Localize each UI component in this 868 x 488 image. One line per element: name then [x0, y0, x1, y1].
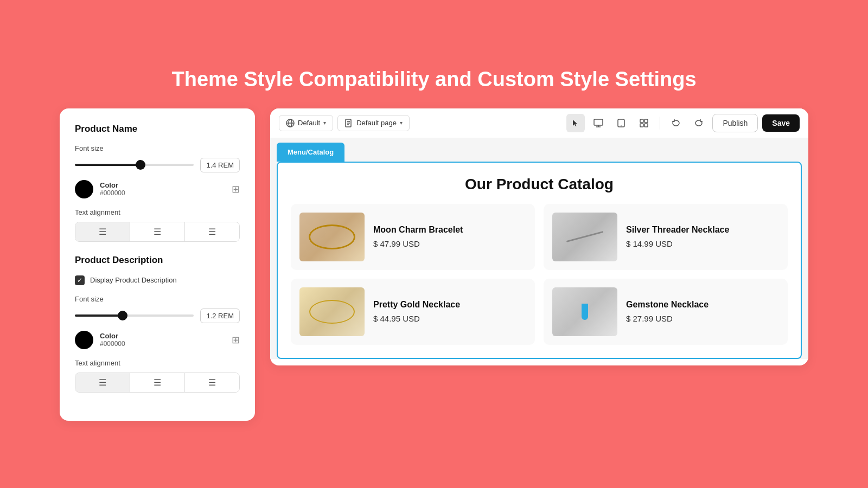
product-price-0: $ 47.99 USD	[373, 239, 463, 248]
align-left-btn-1[interactable]: ☰	[75, 222, 130, 241]
product-card-0[interactable]: Moon Charm Bracelet $ 47.99 USD	[291, 204, 535, 270]
products-grid: Moon Charm Bracelet $ 47.99 USD Silver T…	[291, 204, 788, 345]
svg-rect-12	[640, 119, 643, 123]
product-name-section: Product Name Font size 1.4 REM Color #00…	[75, 124, 240, 242]
product-name-title: Product Name	[75, 124, 240, 134]
text-alignment-label-1: Text alignment	[75, 208, 240, 216]
svg-rect-7	[594, 119, 603, 125]
color-hex-2: #000000	[100, 340, 125, 348]
editor-body: Menu/Catalog Our Product Catalog Moon Ch…	[270, 138, 808, 359]
globe-icon	[286, 119, 295, 127]
color-info-2: Color #000000	[100, 332, 125, 348]
font-size-label-1: Font size	[75, 144, 240, 152]
font-size-slider-2[interactable]	[75, 314, 194, 317]
desktop-icon	[593, 119, 603, 127]
product-name-3: Gemstone Necklace	[626, 300, 709, 310]
product-name-0: Moon Charm Bracelet	[373, 225, 463, 235]
catalog-area: Our Product Catalog Moon Charm Bracelet …	[277, 162, 802, 359]
display-checkbox-row: ✓ Display Product Description	[75, 275, 240, 285]
product-description-title: Product Description	[75, 255, 240, 266]
svg-rect-14	[640, 124, 643, 127]
text-alignment-row-1: ☰ ☰ ☰	[75, 222, 240, 242]
save-button[interactable]: Save	[762, 114, 800, 132]
font-size-slider-row-1: 1.4 REM	[75, 158, 240, 172]
product-card-3[interactable]: Gemstone Necklace $ 27.99 USD	[544, 279, 788, 345]
page-label: Default page	[356, 119, 397, 127]
color-row-1: Color #000000 ⊞	[75, 180, 240, 198]
color-hex-1: #000000	[100, 189, 125, 197]
product-card-1[interactable]: Silver Threader Necklace $ 14.99 USD	[544, 204, 788, 270]
cursor-tool-btn[interactable]	[566, 114, 585, 132]
product-image-2	[299, 287, 365, 336]
product-price-1: $ 14.99 USD	[626, 239, 729, 248]
menu-catalog-tab[interactable]: Menu/Catalog	[277, 143, 344, 162]
color-info-1: Color #000000	[100, 181, 125, 197]
page-title: Theme Style Compatibility and Custom Sty…	[171, 68, 696, 91]
display-checkbox-label: Display Product Description	[90, 276, 177, 284]
tablet-view-btn[interactable]	[612, 114, 630, 132]
font-size-slider-row-2: 1.2 REM	[75, 309, 240, 323]
product-image-0	[299, 213, 365, 261]
font-size-value-2: 1.2 REM	[200, 309, 240, 323]
slider-fill-2	[75, 314, 123, 317]
tablet-icon	[617, 119, 625, 127]
chevron-down-icon-2: ▾	[400, 120, 403, 126]
product-name-2: Pretty Gold Necklace	[373, 300, 460, 310]
catalog-title: Our Product Catalog	[291, 176, 788, 193]
svg-rect-15	[644, 124, 648, 127]
right-panel: Default ▾ Default page ▾	[270, 108, 808, 365]
color-left-1: Color #000000	[75, 180, 125, 198]
align-center-btn-2[interactable]: ☰	[130, 373, 185, 392]
font-size-label-2: Font size	[75, 295, 240, 303]
product-price-2: $ 44.95 USD	[373, 314, 460, 323]
page-dropdown[interactable]: Default page ▾	[337, 115, 410, 131]
undo-btn[interactable]	[667, 114, 685, 132]
color-swatch-2[interactable]	[75, 331, 93, 349]
slider-fill-1	[75, 164, 141, 166]
grid-icon	[640, 119, 648, 127]
align-right-btn-2[interactable]: ☰	[185, 373, 239, 392]
product-info-2: Pretty Gold Necklace $ 44.95 USD	[373, 300, 460, 323]
left-panel: Product Name Font size 1.4 REM Color #00…	[60, 108, 255, 421]
color-swatch-1[interactable]	[75, 180, 93, 198]
align-right-btn-1[interactable]: ☰	[185, 222, 239, 241]
color-label-2: Color	[100, 332, 125, 340]
display-checkbox[interactable]: ✓	[75, 275, 85, 285]
redo-icon	[694, 119, 703, 127]
product-card-2[interactable]: Pretty Gold Necklace $ 44.95 USD	[291, 279, 535, 345]
default-dropdown[interactable]: Default ▾	[279, 115, 333, 131]
toolbar-separator	[660, 117, 660, 130]
align-left-btn-2[interactable]: ☰	[75, 373, 130, 392]
product-info-0: Moon Charm Bracelet $ 47.99 USD	[373, 225, 463, 248]
undo-icon	[672, 119, 680, 127]
color-left-2: Color #000000	[75, 331, 125, 349]
stack-icon-1[interactable]: ⊞	[232, 183, 240, 195]
chevron-down-icon-1: ▾	[323, 120, 326, 126]
redo-btn[interactable]	[690, 114, 708, 132]
product-image-3	[552, 287, 617, 336]
product-description-section: Product Description ✓ Display Product De…	[75, 255, 240, 393]
desktop-view-btn[interactable]	[589, 114, 608, 132]
publish-button[interactable]: Publish	[712, 114, 758, 132]
grid-view-btn[interactable]	[635, 114, 653, 132]
product-info-3: Gemstone Necklace $ 27.99 USD	[626, 300, 709, 323]
svg-rect-13	[644, 119, 648, 123]
editor-toolbar: Default ▾ Default page ▾	[270, 108, 808, 138]
text-alignment-row-2: ☰ ☰ ☰	[75, 373, 240, 393]
font-size-value-1: 1.4 REM	[200, 158, 240, 172]
text-alignment-label-2: Text alignment	[75, 359, 240, 367]
product-price-3: $ 27.99 USD	[626, 314, 709, 323]
slider-thumb-1[interactable]	[136, 160, 145, 170]
default-label: Default	[298, 119, 320, 127]
page-tab-bar: Menu/Catalog	[270, 138, 808, 162]
color-row-2: Color #000000 ⊞	[75, 331, 240, 349]
slider-thumb-2[interactable]	[118, 311, 127, 320]
align-center-btn-1[interactable]: ☰	[130, 222, 185, 241]
stack-icon-2[interactable]: ⊞	[232, 334, 240, 346]
svg-point-11	[621, 125, 622, 126]
product-info-1: Silver Threader Necklace $ 14.99 USD	[626, 225, 729, 248]
product-name-1: Silver Threader Necklace	[626, 225, 729, 235]
font-size-slider-1[interactable]	[75, 164, 194, 166]
color-label-1: Color	[100, 181, 125, 189]
file-icon	[344, 119, 353, 127]
